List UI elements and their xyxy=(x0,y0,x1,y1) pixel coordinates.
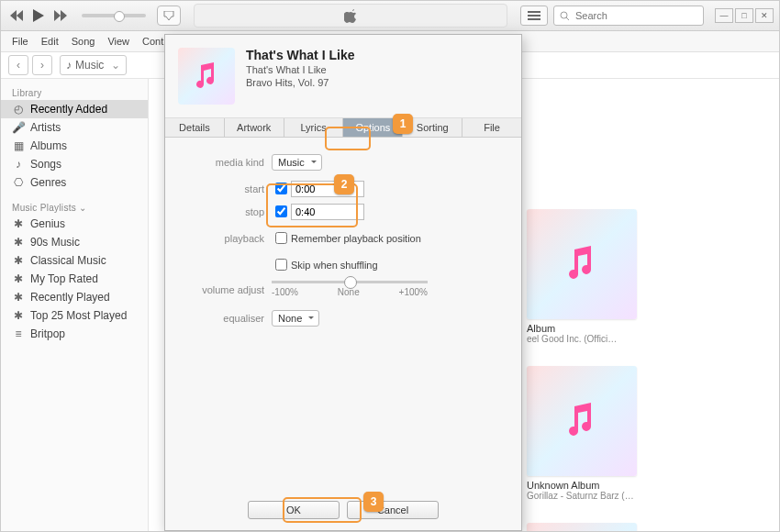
library-dropdown-label: Music xyxy=(75,59,104,72)
album-cover xyxy=(527,366,637,476)
sidebar-item-my-top-rated[interactable]: ✱My Top Rated xyxy=(1,270,148,288)
sidebar-item-artists[interactable]: 🎤Artists xyxy=(1,118,148,137)
album-title: Album xyxy=(527,323,637,334)
sidebar-item-label: Classical Music xyxy=(30,254,106,267)
album-cover xyxy=(527,523,637,532)
search-icon xyxy=(560,11,570,21)
apple-icon xyxy=(344,8,357,23)
dialog-tabs: DetailsArtworkLyricsOptionsSortingFile xyxy=(165,118,521,138)
svg-line-1 xyxy=(566,17,569,20)
menu-file[interactable]: File xyxy=(6,34,34,49)
search-box[interactable] xyxy=(553,6,704,26)
sidebar: Library ◴Recently Added🎤Artists▦Albums♪S… xyxy=(1,79,149,532)
vol-max-label: +100% xyxy=(399,287,428,297)
sidebar-item-label: Artists xyxy=(30,121,61,134)
tab-artwork[interactable]: Artwork xyxy=(225,118,284,137)
sidebar-item-label: Genius xyxy=(30,217,65,230)
list-view-button[interactable] xyxy=(520,6,548,26)
note-icon: ♪ xyxy=(12,158,25,171)
sidebar-item-albums[interactable]: ▦Albums xyxy=(1,137,148,155)
next-button[interactable] xyxy=(50,6,71,25)
list-icon: ≡ xyxy=(12,327,25,340)
sidebar-item-recently-played[interactable]: ✱Recently Played xyxy=(1,288,148,306)
forward-button[interactable]: › xyxy=(32,55,52,75)
window-close-button[interactable]: ✕ xyxy=(755,8,774,23)
sidebar-item-label: Genres xyxy=(30,176,66,189)
sidebar-item-label: Songs xyxy=(30,158,61,171)
annotation-3: 3 xyxy=(363,492,384,512)
skip-label: Skip when shuffling xyxy=(291,260,378,271)
stop-checkbox[interactable] xyxy=(275,205,287,217)
sidebar-item-songs[interactable]: ♪Songs xyxy=(1,155,148,173)
dialog-subtitle-artist: That's What I Like xyxy=(246,64,354,75)
sidebar-item-britpop[interactable]: ≡Britpop xyxy=(1,325,148,343)
top-toolbar: — □ ✕ xyxy=(1,1,779,31)
window-max-button[interactable]: □ xyxy=(735,8,753,23)
dialog-title: That's What I Like xyxy=(246,48,354,62)
sidebar-item-label: My Top Rated xyxy=(30,272,98,285)
search-input[interactable] xyxy=(574,9,697,22)
gear-icon: ✱ xyxy=(12,254,25,267)
chevron-down-icon: ⌄ xyxy=(111,59,120,72)
sidebar-item-recently-added[interactable]: ◴Recently Added xyxy=(1,100,148,118)
sidebar-item-90s-music[interactable]: ✱90s Music xyxy=(1,233,148,251)
menu-edit[interactable]: Edit xyxy=(36,34,64,49)
svg-point-0 xyxy=(561,12,567,18)
stop-time-input[interactable] xyxy=(291,204,364,220)
lcd-display xyxy=(194,4,507,28)
skip-checkbox[interactable] xyxy=(275,259,287,271)
back-button[interactable]: ‹ xyxy=(8,55,28,75)
tag-icon: ⎔ xyxy=(12,176,25,189)
sidebar-header-playlists[interactable]: Music Playlists ⌄ xyxy=(1,199,148,215)
song-info-dialog: That's What I Like That's What I Like Br… xyxy=(164,34,522,531)
equaliser-dropdown[interactable]: None xyxy=(272,310,319,327)
label-equaliser: equaliser xyxy=(182,313,272,324)
label-start: start xyxy=(182,183,272,194)
airplay-button[interactable] xyxy=(157,6,181,26)
cancel-button[interactable]: Cancel xyxy=(347,501,439,519)
sidebar-item-label: Albums xyxy=(30,139,67,152)
volume-adjust-slider[interactable] xyxy=(272,281,428,283)
album-card[interactable]: Unknown AlbumGorillaz - Saturnz Barz (Sp… xyxy=(527,366,637,501)
sidebar-item-top-25-most-played[interactable]: ✱Top 25 Most Played xyxy=(1,306,148,325)
grid-icon: ▦ xyxy=(12,139,25,152)
label-playback: playback xyxy=(182,233,272,244)
album-card[interactable]: Musiques xyxy=(527,523,637,532)
sidebar-item-genres[interactable]: ⎔Genres xyxy=(1,173,148,192)
tab-file[interactable]: File xyxy=(462,118,521,137)
sidebar-item-genius[interactable]: ✱Genius xyxy=(1,215,148,233)
remember-checkbox[interactable] xyxy=(275,232,287,244)
album-artist: eel Good Inc. (Offici… xyxy=(527,334,637,344)
music-icon: ♪ xyxy=(66,59,72,72)
menu-song[interactable]: Song xyxy=(66,34,101,49)
menu-view[interactable]: View xyxy=(102,34,135,49)
play-button[interactable] xyxy=(28,6,49,25)
sidebar-item-label: Britpop xyxy=(30,327,65,340)
clock-icon: ◴ xyxy=(12,103,25,116)
gear-icon: ✱ xyxy=(12,291,25,304)
start-checkbox[interactable] xyxy=(275,183,287,194)
gear-icon: ✱ xyxy=(12,309,25,322)
vol-min-label: -100% xyxy=(272,287,298,297)
sidebar-item-classical-music[interactable]: ✱Classical Music xyxy=(1,251,148,270)
gear-icon: ✱ xyxy=(12,236,25,249)
annotation-2: 2 xyxy=(334,174,354,194)
annotation-1: 1 xyxy=(393,114,413,134)
album-title: Unknown Album xyxy=(527,480,637,491)
tab-lyrics[interactable]: Lyrics xyxy=(284,118,344,137)
label-volume-adjust: volume adjust xyxy=(182,284,272,295)
gear-icon: ✱ xyxy=(12,217,25,230)
tab-details[interactable]: Details xyxy=(165,118,225,137)
dialog-subtitle-album: Bravo Hits, Vol. 97 xyxy=(246,77,354,88)
window-min-button[interactable]: — xyxy=(715,8,733,23)
sidebar-header-library: Library xyxy=(1,84,148,100)
ok-button[interactable]: OK xyxy=(248,501,340,519)
gear-icon: ✱ xyxy=(12,272,25,285)
album-card[interactable]: Albumeel Good Inc. (Offici… xyxy=(527,209,637,344)
media-kind-dropdown[interactable]: Music xyxy=(272,154,322,171)
sidebar-item-label: Recently Added xyxy=(30,103,107,116)
prev-button[interactable] xyxy=(6,6,27,25)
volume-slider[interactable] xyxy=(82,14,146,17)
album-cover xyxy=(527,209,637,319)
library-dropdown[interactable]: ♪ Music ⌄ xyxy=(60,55,127,75)
